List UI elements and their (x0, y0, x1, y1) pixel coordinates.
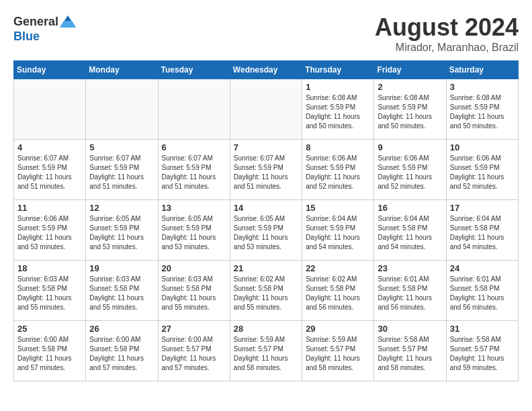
day-header-sunday: Sunday (14, 61, 86, 79)
cell-day-number: 9 (378, 142, 442, 152)
cell-info-text: Sunrise: 6:00 AMSunset: 5:58 PMDaylight:… (17, 335, 82, 373)
cell-day-number: 19 (89, 263, 154, 273)
calendar-subtitle: Mirador, Maranhao, Brazil (375, 42, 519, 54)
cell-info-text: Sunrise: 6:05 AMSunset: 5:59 PMDaylight:… (234, 214, 298, 252)
calendar-cell: 25Sunrise: 6:00 AMSunset: 5:58 PMDayligh… (14, 321, 86, 381)
cell-info-text: Sunrise: 6:03 AMSunset: 5:58 PMDaylight:… (17, 275, 82, 312)
calendar-cell: 15Sunrise: 6:04 AMSunset: 5:59 PMDayligh… (302, 200, 374, 261)
day-header-tuesday: Tuesday (158, 61, 230, 79)
cell-info-text: Sunrise: 6:06 AMSunset: 5:59 PMDaylight:… (306, 154, 370, 191)
calendar-cell: 20Sunrise: 6:03 AMSunset: 5:58 PMDayligh… (158, 261, 230, 321)
cell-info-text: Sunrise: 6:04 AMSunset: 5:58 PMDaylight:… (450, 214, 515, 252)
cell-day-number: 21 (234, 263, 298, 273)
cell-info-text: Sunrise: 6:07 AMSunset: 5:59 PMDaylight:… (17, 154, 82, 191)
cell-info-text: Sunrise: 6:04 AMSunset: 5:58 PMDaylight:… (378, 214, 442, 252)
cell-day-number: 2 (378, 82, 442, 92)
cell-info-text: Sunrise: 6:08 AMSunset: 5:59 PMDaylight:… (450, 93, 515, 131)
logo-icon (60, 13, 76, 30)
cell-info-text: Sunrise: 5:59 AMSunset: 5:57 PMDaylight:… (306, 335, 370, 373)
calendar-cell (14, 79, 86, 140)
cell-info-text: Sunrise: 5:58 AMSunset: 5:57 PMDaylight:… (378, 335, 442, 373)
cell-day-number: 13 (162, 203, 226, 213)
cell-day-number: 16 (378, 203, 442, 213)
cell-day-number: 23 (378, 263, 442, 273)
cell-info-text: Sunrise: 6:02 AMSunset: 5:58 PMDaylight:… (234, 275, 298, 312)
cell-info-text: Sunrise: 6:01 AMSunset: 5:58 PMDaylight:… (378, 275, 442, 312)
cell-info-text: Sunrise: 6:07 AMSunset: 5:59 PMDaylight:… (234, 154, 298, 191)
calendar-cell: 7Sunrise: 6:07 AMSunset: 5:59 PMDaylight… (230, 140, 302, 200)
calendar-cell: 18Sunrise: 6:03 AMSunset: 5:58 PMDayligh… (14, 261, 86, 321)
cell-info-text: Sunrise: 5:58 AMSunset: 5:57 PMDaylight:… (450, 335, 515, 373)
cell-day-number: 29 (306, 324, 370, 334)
calendar-cell: 9Sunrise: 6:06 AMSunset: 5:59 PMDaylight… (374, 140, 446, 200)
day-header-wednesday: Wednesday (230, 61, 302, 79)
cell-day-number: 3 (450, 82, 515, 92)
cell-day-number: 25 (17, 324, 82, 334)
calendar-cell: 30Sunrise: 5:58 AMSunset: 5:57 PMDayligh… (374, 321, 446, 381)
svg-marker-1 (60, 21, 76, 28)
calendar-cell: 5Sunrise: 6:07 AMSunset: 5:59 PMDaylight… (86, 140, 158, 200)
calendar-cell: 14Sunrise: 6:05 AMSunset: 5:59 PMDayligh… (230, 200, 302, 261)
cell-info-text: Sunrise: 6:08 AMSunset: 5:59 PMDaylight:… (306, 93, 370, 131)
cell-info-text: Sunrise: 6:06 AMSunset: 5:59 PMDaylight:… (450, 154, 515, 191)
calendar-cell: 11Sunrise: 6:06 AMSunset: 5:59 PMDayligh… (14, 200, 86, 261)
calendar-cell: 26Sunrise: 6:00 AMSunset: 5:58 PMDayligh… (86, 321, 158, 381)
calendar-cell: 17Sunrise: 6:04 AMSunset: 5:58 PMDayligh… (446, 200, 518, 261)
calendar-cell (158, 79, 230, 140)
calendar-table: SundayMondayTuesdayWednesdayThursdayFrid… (13, 60, 519, 381)
cell-day-number: 10 (450, 142, 515, 152)
cell-info-text: Sunrise: 5:59 AMSunset: 5:57 PMDaylight:… (234, 335, 298, 373)
cell-info-text: Sunrise: 6:00 AMSunset: 5:57 PMDaylight:… (162, 335, 226, 373)
calendar-week-row: 1Sunrise: 6:08 AMSunset: 5:59 PMDaylight… (14, 79, 519, 140)
cell-info-text: Sunrise: 6:04 AMSunset: 5:59 PMDaylight:… (306, 214, 370, 252)
cell-info-text: Sunrise: 6:06 AMSunset: 5:59 PMDaylight:… (17, 214, 82, 252)
calendar-cell: 28Sunrise: 5:59 AMSunset: 5:57 PMDayligh… (230, 321, 302, 381)
calendar-cell: 29Sunrise: 5:59 AMSunset: 5:57 PMDayligh… (302, 321, 374, 381)
calendar-title: August 2024 (375, 13, 519, 42)
cell-info-text: Sunrise: 6:07 AMSunset: 5:59 PMDaylight:… (162, 154, 226, 191)
cell-info-text: Sunrise: 6:05 AMSunset: 5:59 PMDaylight:… (89, 214, 154, 252)
calendar-cell: 4Sunrise: 6:07 AMSunset: 5:59 PMDaylight… (14, 140, 86, 200)
calendar-cell: 6Sunrise: 6:07 AMSunset: 5:59 PMDaylight… (158, 140, 230, 200)
cell-info-text: Sunrise: 6:08 AMSunset: 5:59 PMDaylight:… (378, 93, 442, 131)
calendar-cell: 16Sunrise: 6:04 AMSunset: 5:58 PMDayligh… (374, 200, 446, 261)
calendar-cell: 3Sunrise: 6:08 AMSunset: 5:59 PMDaylight… (446, 79, 518, 140)
calendar-week-row: 4Sunrise: 6:07 AMSunset: 5:59 PMDaylight… (14, 140, 519, 200)
calendar-cell: 10Sunrise: 6:06 AMSunset: 5:59 PMDayligh… (446, 140, 518, 200)
cell-info-text: Sunrise: 6:03 AMSunset: 5:58 PMDaylight:… (89, 275, 154, 312)
calendar-cell: 27Sunrise: 6:00 AMSunset: 5:57 PMDayligh… (158, 321, 230, 381)
calendar-cell: 31Sunrise: 5:58 AMSunset: 5:57 PMDayligh… (446, 321, 518, 381)
calendar-cell: 21Sunrise: 6:02 AMSunset: 5:58 PMDayligh… (230, 261, 302, 321)
day-header-monday: Monday (86, 61, 158, 79)
calendar-week-row: 25Sunrise: 6:00 AMSunset: 5:58 PMDayligh… (14, 321, 519, 381)
calendar-cell: 12Sunrise: 6:05 AMSunset: 5:59 PMDayligh… (86, 200, 158, 261)
cell-info-text: Sunrise: 6:03 AMSunset: 5:58 PMDaylight:… (162, 275, 226, 312)
cell-day-number: 22 (306, 263, 370, 273)
cell-info-text: Sunrise: 6:05 AMSunset: 5:59 PMDaylight:… (162, 214, 226, 252)
calendar-cell: 22Sunrise: 6:02 AMSunset: 5:58 PMDayligh… (302, 261, 374, 321)
cell-day-number: 26 (89, 324, 154, 334)
logo: General Blue (13, 13, 76, 44)
days-header-row: SundayMondayTuesdayWednesdayThursdayFrid… (14, 61, 519, 79)
cell-info-text: Sunrise: 6:07 AMSunset: 5:59 PMDaylight:… (89, 154, 154, 191)
day-header-thursday: Thursday (302, 61, 374, 79)
calendar-cell: 23Sunrise: 6:01 AMSunset: 5:58 PMDayligh… (374, 261, 446, 321)
calendar-week-row: 18Sunrise: 6:03 AMSunset: 5:58 PMDayligh… (14, 261, 519, 321)
cell-info-text: Sunrise: 6:02 AMSunset: 5:58 PMDaylight:… (306, 275, 370, 312)
cell-day-number: 28 (234, 324, 298, 334)
cell-day-number: 15 (306, 203, 370, 213)
calendar-cell: 24Sunrise: 6:01 AMSunset: 5:58 PMDayligh… (446, 261, 518, 321)
calendar-cell (230, 79, 302, 140)
cell-day-number: 12 (89, 203, 154, 213)
cell-day-number: 7 (234, 142, 298, 152)
day-header-friday: Friday (374, 61, 446, 79)
cell-day-number: 5 (89, 142, 154, 152)
calendar-cell: 8Sunrise: 6:06 AMSunset: 5:59 PMDaylight… (302, 140, 374, 200)
cell-day-number: 14 (234, 203, 298, 213)
cell-day-number: 27 (162, 324, 226, 334)
cell-day-number: 11 (17, 203, 82, 213)
calendar-cell: 13Sunrise: 6:05 AMSunset: 5:59 PMDayligh… (158, 200, 230, 261)
calendar-cell (86, 79, 158, 140)
day-header-saturday: Saturday (446, 61, 518, 79)
cell-day-number: 17 (450, 203, 515, 213)
